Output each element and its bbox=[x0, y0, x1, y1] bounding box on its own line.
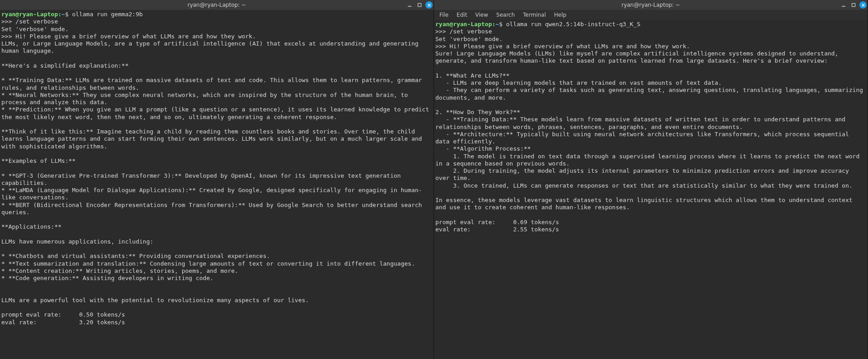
repl-input: Hi! Please give a brief overview of what… bbox=[449, 43, 690, 50]
terminal-window-right: ryan@ryan-Laptop: ~ File Edit View Searc… bbox=[434, 0, 868, 359]
output-line: **Think of it like this:** Imagine teach… bbox=[1, 128, 425, 150]
prompt-eval-rate: prompt eval rate: 0.69 tokens/s bbox=[435, 219, 559, 226]
menu-terminal[interactable]: Terminal bbox=[519, 11, 550, 19]
prompt-dollar: $ bbox=[65, 11, 69, 18]
menu-view[interactable]: View bbox=[471, 11, 491, 19]
output-line: Set 'verbose' mode. bbox=[435, 36, 503, 42]
minimize-icon bbox=[841, 3, 846, 7]
output-line: * **Code generation:** Assisting develop… bbox=[1, 275, 214, 281]
desktop: ryan@ryan-Laptop: ~ ryan@ryan-Laptop:~$ … bbox=[0, 0, 868, 359]
repl-input: /set verbose bbox=[449, 28, 492, 35]
maximize-button[interactable] bbox=[415, 1, 424, 9]
output-line: - **Algorithm Process:** bbox=[435, 145, 531, 152]
repl-input: Hi! Please give a brief overview of what… bbox=[15, 33, 256, 40]
output-line: * **BERT (Bidirectional Encoder Represen… bbox=[1, 202, 425, 216]
repl-marker: >>> bbox=[1, 18, 12, 25]
output-line: * **Text summarization and translation:*… bbox=[1, 260, 415, 267]
output-line: - LLMs are deep learning models that are… bbox=[435, 79, 722, 86]
window-title-left: ryan@ryan-Laptop: ~ bbox=[187, 2, 246, 8]
repl-marker: >>> bbox=[435, 43, 446, 50]
close-icon bbox=[427, 3, 431, 7]
output-line: 2. **How Do They Work?** bbox=[435, 109, 520, 115]
output-line: **Examples of LLMs:** bbox=[1, 157, 75, 164]
prompt-path: ~ bbox=[61, 11, 65, 18]
output-line: **Applications:** bbox=[1, 223, 61, 230]
svg-rect-5 bbox=[852, 4, 855, 7]
terminal-body-left[interactable]: ryan@ryan-Laptop:~$ ollama run gemma2:9b… bbox=[0, 10, 434, 359]
prompt-user-host: ryan@ryan-Laptop: bbox=[1, 11, 61, 18]
minimize-button[interactable] bbox=[840, 1, 848, 9]
maximize-button[interactable] bbox=[849, 1, 858, 9]
terminal-body-right[interactable]: ryan@ryan-Laptop:~$ ollama run qwen2.5:1… bbox=[434, 20, 868, 359]
svg-rect-1 bbox=[418, 4, 421, 7]
prompt-eval-rate: prompt eval rate: 0.50 tokens/s bbox=[1, 311, 125, 318]
menu-search[interactable]: Search bbox=[493, 11, 518, 19]
repl-marker: >>> bbox=[435, 28, 446, 35]
maximize-icon bbox=[417, 3, 422, 7]
output-line: * **Chatbots and virtual assistants:** P… bbox=[1, 253, 270, 259]
output-line: * **LaMDA (Language Model for Dialogue A… bbox=[1, 187, 422, 201]
output-line: 1. The model is trained on text data thr… bbox=[435, 153, 863, 167]
terminal-window-left: ryan@ryan-Laptop: ~ ryan@ryan-Laptop:~$ … bbox=[0, 0, 434, 359]
eval-rate: eval rate: 3.20 tokens/s bbox=[1, 319, 125, 326]
menu-help[interactable]: Help bbox=[551, 11, 570, 19]
menu-edit[interactable]: Edit bbox=[453, 11, 471, 19]
output-line: * **Content creation:** Writing articles… bbox=[1, 267, 238, 274]
shell-command: ollama run gemma2:9b bbox=[72, 11, 143, 18]
shell-command: ollama run qwen2.5:14b-instruct-q3_K_S bbox=[506, 21, 640, 28]
minimize-icon bbox=[407, 3, 412, 7]
repl-input: /set verbose bbox=[15, 18, 58, 25]
output-line: LLMs, or Large Language Models, are a ty… bbox=[1, 40, 422, 54]
minimize-button[interactable] bbox=[406, 1, 414, 9]
menubar: File Edit View Search Terminal Help bbox=[434, 10, 868, 20]
close-button[interactable] bbox=[859, 1, 867, 9]
output-line: Sure! Large Language Models (LLMs) like … bbox=[435, 50, 842, 64]
output-line: In essence, these models leverage vast d… bbox=[435, 197, 856, 211]
window-controls-left bbox=[406, 0, 433, 10]
output-line: LLMs are a powerful tool with the potent… bbox=[1, 297, 309, 304]
close-icon bbox=[861, 3, 865, 7]
titlebar-left[interactable]: ryan@ryan-Laptop: ~ bbox=[0, 0, 434, 10]
eval-rate: eval rate: 2.55 tokens/s bbox=[435, 226, 559, 233]
output-line: - **Training Data:** These models learn … bbox=[435, 116, 849, 130]
output-line: LLMs have numerous applications, includi… bbox=[1, 238, 154, 245]
output-line: **Here's a simplified explanation:** bbox=[1, 62, 129, 69]
repl-marker: >>> bbox=[1, 33, 12, 40]
output-line: 2. During training, the model adjusts it… bbox=[435, 167, 853, 181]
menu-file[interactable]: File bbox=[436, 11, 452, 19]
output-line: * **Neural Networks:** They use complex … bbox=[1, 92, 411, 106]
window-controls-right bbox=[840, 0, 867, 10]
maximize-icon bbox=[851, 3, 856, 7]
output-line: 1. **What Are LLMs?** bbox=[435, 72, 509, 79]
output-line: * **Training Data:** LLMs are trained on… bbox=[1, 77, 425, 91]
output-line: 3. Once trained, LLMs can generate respo… bbox=[435, 182, 853, 189]
output-line: Set 'verbose' mode. bbox=[1, 26, 69, 32]
window-title-right: ryan@ryan-Laptop: ~ bbox=[621, 2, 680, 8]
prompt-path: ~ bbox=[495, 21, 499, 28]
output-line: * **GPT-3 (Generative Pre-trained Transf… bbox=[1, 172, 404, 186]
output-line: - They can perform a variety of tasks su… bbox=[435, 87, 867, 101]
prompt-dollar: $ bbox=[499, 21, 503, 28]
output-line: - **Architecture:** Typically built usin… bbox=[435, 131, 853, 145]
titlebar-right[interactable]: ryan@ryan-Laptop: ~ bbox=[434, 0, 868, 10]
prompt-user-host: ryan@ryan-Laptop: bbox=[435, 21, 495, 28]
close-button[interactable] bbox=[425, 1, 433, 9]
output-line: * **Prediction:** When you give an LLM a… bbox=[1, 106, 433, 120]
